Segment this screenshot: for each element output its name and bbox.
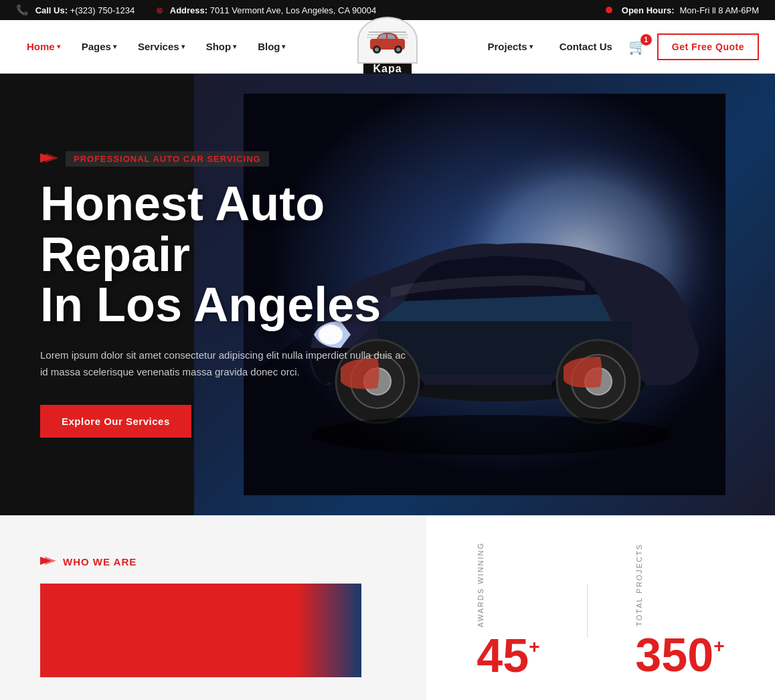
hero-content: Professional Auto Car Servicing Honest A… <box>0 151 468 438</box>
hours-value: Mon-Fri ll 8 AM-6PM <box>680 5 759 15</box>
svg-marker-24 <box>45 557 56 565</box>
chevron-down-icon: ▾ <box>113 43 116 50</box>
top-bar-right: Open Hours: Mon-Fri ll 8 AM-6PM <box>606 5 759 15</box>
hero-tag: Professional Auto Car Servicing <box>40 151 442 167</box>
cart-badge: 1 <box>640 34 652 46</box>
below-hero: Who We Are Awards Winning 45+ Total Proj… <box>0 515 775 700</box>
svg-point-7 <box>396 48 400 52</box>
who-tag-icon <box>40 555 56 567</box>
hero-description: Lorem ipsum dolor sit amet consectetur a… <box>40 347 415 381</box>
awards-label: Awards Winning <box>477 542 485 627</box>
svg-point-5 <box>375 48 379 52</box>
nav-left: Home ▾ Pages ▾ Services ▾ Shop ▾ Blog ▾ <box>16 20 296 74</box>
phone-icon: 📞 <box>16 4 29 15</box>
logo-car-svg <box>363 24 412 56</box>
hours-label: Open Hours: <box>622 5 675 15</box>
who-we-are-section: Who We Are <box>0 515 426 700</box>
tag-chevron-icon <box>40 152 59 166</box>
navbar: Home ▾ Pages ▾ Services ▾ Shop ▾ Blog ▾ <box>0 20 775 74</box>
hero-title: Honest Auto Repair In Los Angeles <box>40 179 442 331</box>
get-quote-button[interactable]: Get Free Quote <box>657 33 759 60</box>
chevron-down-icon: ▾ <box>57 43 60 50</box>
nav-contact[interactable]: Contact Us <box>549 20 623 74</box>
nav-projects[interactable]: Projects ▾ <box>477 20 543 74</box>
stat-awards: Awards Winning 45+ <box>477 542 539 679</box>
chevron-down-icon: ▾ <box>181 43 185 50</box>
address-icon: ⊗ <box>156 5 163 15</box>
phone-label: Call Us: <box>35 5 68 15</box>
logo[interactable]: Kapa <box>351 17 424 77</box>
svg-marker-22 <box>46 153 59 163</box>
stat-divider <box>587 584 588 638</box>
chevron-down-icon: ▾ <box>529 43 533 50</box>
hours-dot <box>606 7 612 13</box>
top-bar-left: 📞 Call Us: +(323) 750-1234 ⊗ Address: 70… <box>16 4 584 16</box>
projects-label: Total Projects <box>635 543 643 626</box>
logo-circle <box>357 17 418 64</box>
chevron-down-icon: ▾ <box>282 43 285 50</box>
chevron-down-icon: ▾ <box>233 43 236 50</box>
projects-number: 350+ <box>635 632 724 679</box>
address-value: 7011 Vermont Ave, Los Angeles, CA 90004 <box>210 5 376 15</box>
hero-tag-text: Professional Auto Car Servicing <box>66 151 269 167</box>
nav-pages[interactable]: Pages ▾ <box>71 20 127 74</box>
nav-shop[interactable]: Shop ▾ <box>195 20 248 74</box>
stat-projects: Total Projects 350+ <box>635 543 724 679</box>
hero-section: Professional Auto Car Servicing Honest A… <box>0 74 775 515</box>
who-image <box>40 584 361 677</box>
cart-icon[interactable]: 🛒 1 <box>628 38 647 56</box>
who-tag-text: Who We Are <box>63 556 137 567</box>
address-label: Address: <box>170 5 207 15</box>
nav-home[interactable]: Home ▾ <box>16 20 71 74</box>
phone-number: +(323) 750-1234 <box>70 5 135 15</box>
nav-blog[interactable]: Blog ▾ <box>247 20 296 74</box>
phone-info: 📞 Call Us: +(323) 750-1234 <box>16 4 135 16</box>
nav-right: Projects ▾ Contact Us 🛒 1 Get Free Quote <box>477 20 759 74</box>
nav-services[interactable]: Services ▾ <box>127 20 195 74</box>
address-info: ⊗ Address: 7011 Vermont Ave, Los Angeles… <box>156 5 376 15</box>
who-tag: Who We Are <box>40 555 400 567</box>
awards-number: 45+ <box>477 632 539 679</box>
stats-section: Awards Winning 45+ Total Projects 350+ <box>426 515 775 700</box>
explore-services-button[interactable]: Explore Our Services <box>40 405 191 438</box>
